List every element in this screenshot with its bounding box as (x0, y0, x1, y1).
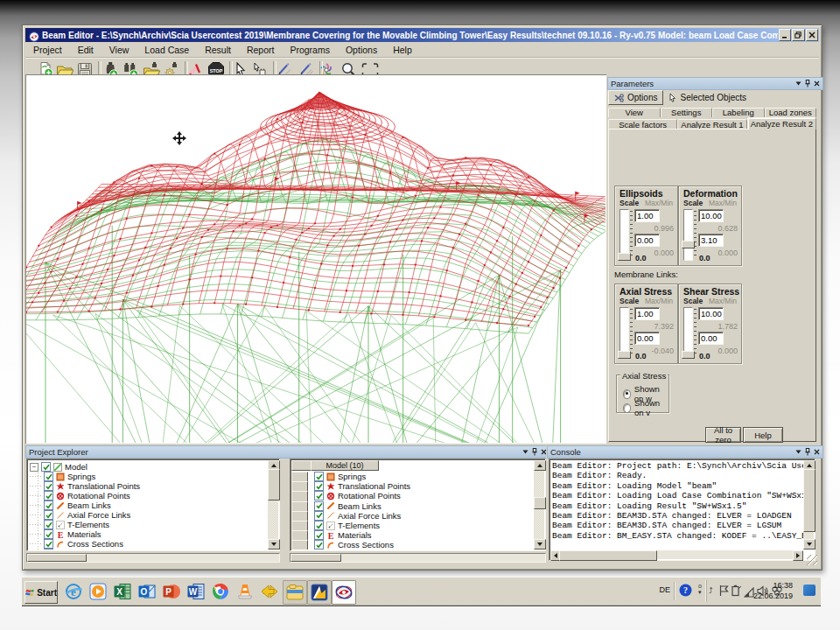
menu-item-load-case[interactable]: Load Case (136, 44, 197, 56)
tree-expander[interactable]: − (30, 463, 38, 472)
minimize-button[interactable] (779, 29, 791, 41)
tree-checkbox[interactable] (44, 539, 53, 549)
tree-checkbox[interactable] (44, 510, 53, 520)
console-titlebar[interactable]: Console (547, 445, 823, 458)
tree-item-axial-force-links[interactable]: Axial Force Links (30, 510, 130, 520)
title-bar[interactable]: Beam Editor - E:\Synch\Archiv\Scia Userc… (25, 28, 819, 42)
tree-checkbox[interactable] (44, 520, 53, 529)
tree-checkbox[interactable] (44, 481, 53, 491)
tree-item-t-elements[interactable]: T-Elements (30, 520, 109, 529)
scale-input-bottom[interactable]: 3.10 (698, 234, 724, 247)
tree-checkbox[interactable] (44, 491, 53, 500)
tab-view[interactable]: View (608, 108, 661, 117)
taskbar-app-media-player[interactable] (87, 580, 109, 603)
tree-checkbox[interactable] (41, 462, 51, 472)
project-explorer-titlebar[interactable]: Project Explorer (25, 445, 550, 458)
model-item-springs[interactable]: Springs (314, 472, 366, 481)
taskbar-app-internet-explorer[interactable]: e (62, 580, 85, 603)
tree-item-cross-sections[interactable]: Cross Sections (30, 539, 123, 549)
taskbar-app-sync-tool[interactable] (258, 580, 281, 603)
model-item-checkbox[interactable] (314, 481, 324, 491)
model-item-checkbox[interactable] (314, 540, 324, 550)
tree-item-materials[interactable]: EMaterials (30, 529, 102, 539)
action-center-icon[interactable] (718, 584, 730, 600)
model-item-t-elements[interactable]: T-Elements (314, 521, 380, 530)
model-item-checkbox[interactable] (314, 501, 324, 511)
taskbar-app-outlook[interactable]: O (136, 580, 158, 603)
model-list-hscrollbar[interactable] (290, 553, 546, 563)
scale-input-top[interactable]: 10.00 (698, 307, 724, 320)
model-item-checkbox[interactable] (314, 511, 324, 521)
slider-thumb[interactable] (682, 351, 695, 359)
tab-load-zones[interactable]: Load zones (765, 108, 817, 117)
tree-checkbox[interactable] (44, 549, 53, 550)
parameters-mode-options[interactable]: Options (608, 90, 663, 105)
slider-thumb[interactable] (618, 253, 631, 261)
pin-icon[interactable] (805, 80, 810, 88)
menu-item-help[interactable]: Help (385, 44, 420, 56)
tree-checkbox[interactable] (44, 472, 53, 481)
tab-settings[interactable]: Settings (661, 108, 713, 117)
model-item-cross-sections[interactable]: Cross Sections (314, 540, 394, 550)
slider-track[interactable] (683, 209, 693, 261)
menu-item-report[interactable]: Report (239, 44, 283, 56)
tree-hscrollbar[interactable] (26, 553, 280, 563)
model-item-axial-force-links[interactable]: Axial Force Links (314, 511, 401, 521)
all-to-zero-button[interactable]: All to zero (705, 427, 741, 443)
pin-icon[interactable] (805, 448, 810, 456)
taskbar-app-beam-editor[interactable] (332, 580, 356, 605)
panel-close-icon[interactable] (814, 449, 820, 455)
window-resize-grip[interactable] (807, 555, 817, 565)
console-output-pane[interactable]: Beam Editor: Project path: E:\Synch\Arch… (549, 458, 816, 561)
taskbar-app-word[interactable]: W (185, 580, 207, 603)
menu-item-result[interactable]: Result (197, 44, 239, 56)
scale-input-bottom[interactable]: 0.00 (698, 332, 724, 345)
model-viewport[interactable] (25, 74, 608, 445)
taskbar-app-vlc[interactable] (234, 580, 256, 603)
menu-item-edit[interactable]: Edit (70, 44, 102, 56)
menu-item-project[interactable]: Project (25, 44, 70, 56)
battery-icon[interactable] (731, 584, 742, 600)
help-button[interactable]: Help (743, 427, 783, 443)
console-vscrollbar[interactable] (803, 460, 814, 550)
tree-checkbox[interactable] (44, 529, 53, 539)
scale-input-top[interactable]: 1.00 (634, 209, 660, 222)
tab-labeling[interactable]: Labeling (712, 108, 765, 117)
tray-chevron-icon[interactable]: ⤴ (709, 586, 713, 595)
tree-item-translational-points[interactable]: Translational Points (30, 481, 140, 491)
radio-shown-on-v[interactable]: Shown on v (623, 398, 668, 417)
tray-mini-icons[interactable]: o▾ (698, 583, 702, 595)
list-row-header[interactable] (291, 540, 308, 550)
tree-checkbox[interactable] (44, 500, 53, 510)
model-item-beam-links[interactable]: Beam Links (314, 501, 382, 511)
panel-close-icon[interactable] (814, 80, 820, 87)
taskbar-app-powerpoint[interactable]: P (160, 580, 183, 603)
parameters-titlebar[interactable]: Parameters (607, 77, 823, 90)
model-item-rotational-points[interactable]: Rotational Points (314, 491, 401, 500)
taskbar-app-excel[interactable]: X (111, 580, 134, 603)
parameters-mode-selected-objects[interactable]: Selected Objects (663, 91, 752, 104)
tray-clock[interactable]: 16:38 22.06.2019 (753, 580, 793, 601)
tree-item-rotational-points[interactable]: Rotational Points (30, 491, 130, 500)
panel-menu-icon[interactable] (795, 450, 802, 454)
console-hscrollbar[interactable] (550, 550, 803, 559)
tree-item-angles[interactable]: Angles (30, 549, 93, 550)
scale-input-bottom[interactable]: 0.00 (634, 234, 660, 247)
scale-input-bottom[interactable]: 0.00 (634, 332, 660, 345)
tree-item-springs[interactable]: Springs (30, 472, 95, 481)
taskbar-app-file-manager[interactable] (283, 580, 307, 605)
tab-analyze-result-2[interactable]: Analyze Result 2 (747, 117, 816, 130)
tree-vscrollbar[interactable] (268, 460, 278, 550)
model-item-checkbox[interactable] (314, 472, 324, 481)
menu-item-view[interactable]: View (102, 44, 137, 56)
panel-menu-icon[interactable] (522, 450, 528, 454)
model-item-checkbox[interactable] (314, 491, 324, 500)
slider-thumb[interactable] (682, 241, 695, 248)
tree-item-model[interactable]: −Model (30, 462, 88, 472)
scale-input-top[interactable]: 10.00 (698, 209, 724, 222)
pin-icon[interactable] (532, 448, 537, 456)
menu-item-programs[interactable]: Programs (282, 44, 338, 56)
taskbar-app-chrome[interactable] (209, 580, 232, 603)
panel-menu-icon[interactable] (795, 81, 802, 86)
tree-item-beam-links[interactable]: Beam Links (30, 500, 111, 510)
